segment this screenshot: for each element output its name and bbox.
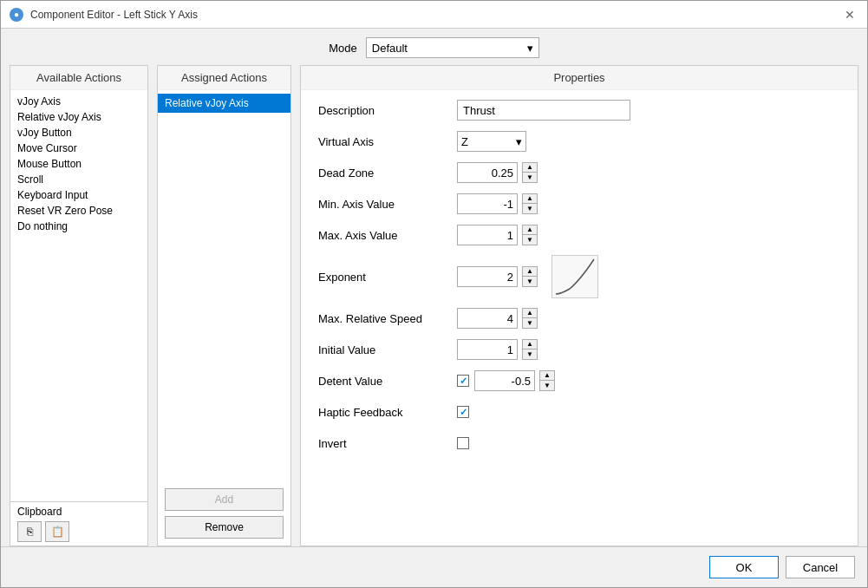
- description-input[interactable]: [457, 100, 630, 121]
- max-rel-speed-down[interactable]: ▼: [523, 318, 537, 328]
- action-item-move-cursor[interactable]: Move Cursor: [10, 140, 147, 156]
- virtual-axis-control: Z ▾: [457, 131, 526, 152]
- haptic-feedback-control: ✓: [457, 406, 469, 418]
- clipboard-label: Clipboard: [17, 506, 140, 518]
- exponent-graph: [551, 255, 598, 298]
- mode-value: Default: [372, 42, 408, 55]
- min-axis-row: Min. Axis Value ▲ ▼: [318, 193, 840, 215]
- initial-value-control: ▲ ▼: [457, 339, 538, 360]
- invert-control: [457, 437, 469, 449]
- max-axis-up[interactable]: ▲: [523, 225, 537, 235]
- action-item-keyboard-input[interactable]: Keyboard Input: [10, 187, 147, 203]
- exponent-control: ▲ ▼: [457, 255, 598, 298]
- available-actions-header: Available Actions: [10, 66, 147, 90]
- initial-value-label: Initial Value: [318, 343, 457, 356]
- dead-zone-row: Dead Zone ▲ ▼: [318, 161, 840, 184]
- min-axis-down[interactable]: ▼: [523, 204, 537, 213]
- assigned-buttons: Add Remove: [158, 481, 290, 546]
- detent-value-row: Detent Value ✓ ▲ ▼: [318, 369, 840, 392]
- max-rel-speed-row: Max. Relative Speed ▲ ▼: [318, 307, 840, 330]
- mode-bar: Mode Default ▾: [1, 29, 867, 65]
- description-label: Description: [318, 104, 457, 117]
- haptic-checkbox[interactable]: ✓: [457, 406, 469, 418]
- initial-value-input[interactable]: [457, 339, 518, 360]
- description-control: [457, 100, 630, 121]
- titlebar-left: ● Component Editor - Left Stick Y Axis: [10, 8, 198, 22]
- detent-value-label: Detent Value: [318, 375, 457, 388]
- virtual-axis-value: Z: [461, 135, 468, 148]
- dead-zone-down[interactable]: ▼: [523, 173, 537, 182]
- assigned-actions-panel: Assigned Actions Relative vJoy Axis Add …: [157, 65, 291, 546]
- min-axis-label: Min. Axis Value: [318, 198, 457, 211]
- max-rel-speed-label: Max. Relative Speed: [318, 312, 457, 325]
- available-actions-panel: Available Actions vJoy Axis Relative vJo…: [10, 65, 148, 546]
- max-rel-speed-up[interactable]: ▲: [523, 309, 537, 318]
- cancel-button[interactable]: Cancel: [786, 556, 855, 578]
- copy-icon: ⎘: [27, 526, 33, 538]
- remove-button[interactable]: Remove: [165, 516, 284, 539]
- properties-content: Description Virtual Axis Z ▾: [301, 90, 858, 546]
- action-item-mouse-button[interactable]: Mouse Button: [10, 156, 147, 172]
- action-item-relative-vjoy-axis[interactable]: Relative vJoy Axis: [10, 109, 147, 125]
- available-actions-list: vJoy Axis Relative vJoy Axis vJoy Button…: [10, 90, 147, 501]
- min-axis-spinner: ▲ ▼: [522, 193, 538, 214]
- virtual-axis-label: Virtual Axis: [318, 135, 457, 148]
- detent-checkbox[interactable]: ✓: [457, 375, 469, 387]
- main-window: ● Component Editor - Left Stick Y Axis ✕…: [0, 0, 868, 588]
- invert-checkbox[interactable]: [457, 437, 469, 449]
- exponent-row: Exponent ▲ ▼: [318, 255, 840, 298]
- max-axis-control: ▲ ▼: [457, 225, 538, 245]
- chevron-down-icon: ▾: [527, 42, 533, 55]
- dead-zone-input[interactable]: [457, 162, 518, 183]
- clipboard-copy-button[interactable]: ⎘: [17, 521, 42, 542]
- dead-zone-label: Dead Zone: [318, 167, 457, 180]
- max-rel-speed-spinner: ▲ ▼: [522, 308, 538, 329]
- virtual-axis-row: Virtual Axis Z ▾: [318, 130, 840, 153]
- mode-dropdown[interactable]: Default ▾: [366, 37, 539, 58]
- detent-down[interactable]: ▼: [540, 381, 554, 390]
- min-axis-up[interactable]: ▲: [523, 194, 537, 204]
- clipboard-section: Clipboard ⎘ 📋: [10, 501, 147, 546]
- invert-label: Invert: [318, 437, 457, 450]
- window-title: Component Editor - Left Stick Y Axis: [30, 9, 198, 21]
- close-button[interactable]: ✕: [841, 6, 858, 23]
- action-item-vjoy-button[interactable]: vJoy Button: [10, 125, 147, 140]
- max-axis-row: Max. Axis Value ▲ ▼: [318, 224, 840, 246]
- haptic-checkmark: ✓: [460, 407, 467, 418]
- detent-up[interactable]: ▲: [540, 371, 554, 381]
- main-content: Available Actions vJoy Axis Relative vJo…: [1, 65, 867, 546]
- initial-value-down[interactable]: ▼: [523, 350, 537, 359]
- exponent-label: Exponent: [318, 271, 457, 284]
- max-rel-speed-input[interactable]: [457, 308, 518, 329]
- assigned-item-relative-vjoy[interactable]: Relative vJoy Axis: [158, 94, 290, 113]
- max-axis-spinner: ▲ ▼: [522, 225, 538, 245]
- max-axis-input[interactable]: [457, 225, 518, 245]
- initial-value-spinner: ▲ ▼: [522, 339, 538, 360]
- virtual-axis-dropdown[interactable]: Z ▾: [457, 131, 526, 152]
- properties-header: Properties: [301, 66, 858, 90]
- mode-label: Mode: [329, 42, 357, 55]
- clipboard-paste-button[interactable]: 📋: [45, 521, 69, 542]
- app-icon: ●: [10, 8, 23, 22]
- max-axis-down[interactable]: ▼: [523, 235, 537, 245]
- paste-icon: 📋: [51, 526, 64, 538]
- ok-button[interactable]: OK: [709, 556, 779, 578]
- initial-value-up[interactable]: ▲: [523, 340, 537, 350]
- assigned-actions-list: Relative vJoy Axis: [158, 90, 290, 481]
- action-item-scroll[interactable]: Scroll: [10, 172, 147, 187]
- max-axis-label: Max. Axis Value: [318, 229, 457, 242]
- action-item-reset-vr[interactable]: Reset VR Zero Pose: [10, 203, 147, 219]
- action-item-do-nothing[interactable]: Do nothing: [10, 219, 147, 234]
- exponent-up[interactable]: ▲: [523, 267, 537, 277]
- clipboard-buttons: ⎘ 📋: [17, 521, 140, 542]
- dead-zone-control: ▲ ▼: [457, 162, 538, 183]
- svg-rect-0: [552, 256, 597, 297]
- exponent-down[interactable]: ▼: [523, 277, 537, 286]
- exponent-input[interactable]: [457, 266, 518, 287]
- action-item-vjoy-axis[interactable]: vJoy Axis: [10, 94, 147, 109]
- detent-value-input[interactable]: [474, 370, 535, 391]
- min-axis-input[interactable]: [457, 193, 518, 214]
- add-button[interactable]: Add: [165, 488, 284, 511]
- dead-zone-up[interactable]: ▲: [523, 163, 537, 173]
- assigned-actions-header: Assigned Actions: [158, 66, 290, 90]
